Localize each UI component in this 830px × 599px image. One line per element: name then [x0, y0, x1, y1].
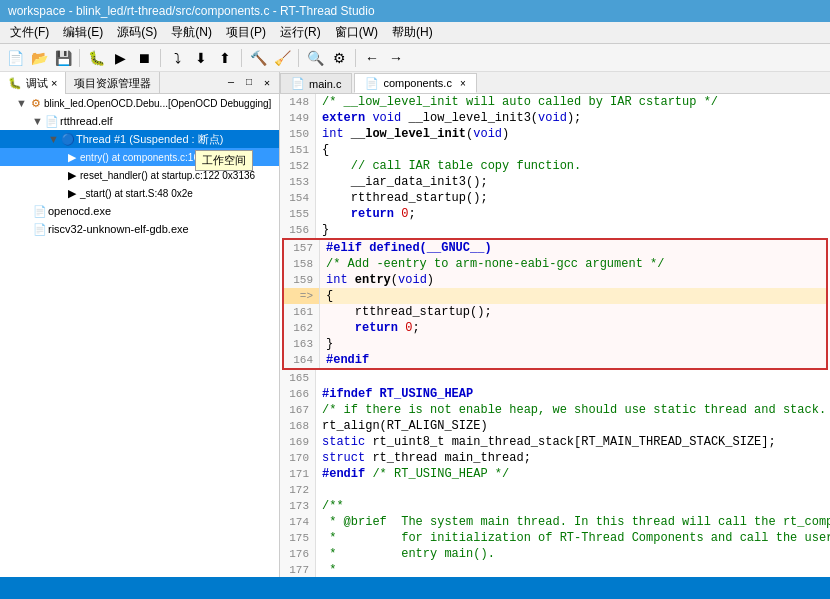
toolbar-save-btn[interactable]: 💾: [52, 47, 74, 69]
toolbar-open-btn[interactable]: 📂: [28, 47, 50, 69]
left-panel: 🐛 调试 × 项目资源管理器 — □ ✕ 工作空间 ▼ ⚙ blink_led: [0, 72, 280, 577]
code-line-163: 163 }: [284, 336, 826, 352]
arrow-2: ▼: [48, 133, 60, 145]
tree-item-debug-session[interactable]: ▼ ⚙ blink_led.OpenOCD.Debu...[OpenOCD De…: [0, 94, 279, 112]
tab-components-c[interactable]: 📄 components.c ×: [354, 73, 476, 93]
code-line-173: 173 /**: [280, 498, 830, 514]
line-num-158: 158: [284, 256, 320, 272]
toolbar-sep-4: [298, 49, 299, 67]
toolbar-run-btn[interactable]: ▶: [109, 47, 131, 69]
menu-help[interactable]: 帮助(H): [386, 23, 439, 42]
code-line-164: 164 #endif: [284, 352, 826, 368]
line-content-149: extern void __low_level_init3(void);: [316, 110, 830, 126]
tab-explorer[interactable]: 项目资源管理器: [66, 72, 160, 94]
code-line-148: 148 /* __low_level_init will auto called…: [280, 94, 830, 110]
code-line-174: 174 * @brief The system main thread. In …: [280, 514, 830, 530]
line-content-163: }: [320, 336, 826, 352]
line-content-167: /* if there is not enable heap, we shoul…: [316, 402, 830, 418]
line-content-154: rtthread_startup();: [316, 190, 830, 206]
debug-icon: 🐛: [8, 74, 22, 92]
code-line-151: 151 {: [280, 142, 830, 158]
line-num-150: 150: [280, 126, 316, 142]
code-line-166: 166 #ifndef RT_USING_HEAP: [280, 386, 830, 402]
tab-components-label: components.c: [383, 77, 451, 89]
line-content-175: * for initialization of RT-Thread Compon…: [316, 530, 830, 546]
tree-item-elf[interactable]: ▼ 📄 rtthread.elf: [0, 112, 279, 130]
menu-run[interactable]: 运行(R): [274, 23, 327, 42]
openocd-icon: 📄: [32, 205, 48, 218]
toolbar-debug-btn[interactable]: 🐛: [85, 47, 107, 69]
toolbar-settings-btn[interactable]: ⚙: [328, 47, 350, 69]
maximize-icon[interactable]: □: [241, 75, 257, 91]
tree-item-start[interactable]: ▶ _start() at start.S:48 0x2e: [0, 184, 279, 202]
code-line-175: 175 * for initialization of RT-Thread Co…: [280, 530, 830, 546]
gdb-icon: 📄: [32, 223, 48, 236]
line-content-173: /**: [316, 498, 830, 514]
tree-item-thread1[interactable]: ▼ 🔵 Thread #1 (Suspended : 断点): [0, 130, 279, 148]
tree-label-7: riscv32-unknown-elf-gdb.exe: [48, 223, 279, 235]
line-num-163: 163: [284, 336, 320, 352]
menu-project[interactable]: 项目(P): [220, 23, 272, 42]
toolbar-step-over-btn[interactable]: ⤵: [166, 47, 188, 69]
line-content-158: /* Add -eentry to arm-none-eabi-gcc argu…: [320, 256, 826, 272]
tree-label-6: openocd.exe: [48, 205, 279, 217]
toolbar-build-btn[interactable]: 🔨: [247, 47, 269, 69]
menu-edit[interactable]: 编辑(E): [57, 23, 109, 42]
line-num-176: 176: [280, 546, 316, 562]
menu-source[interactable]: 源码(S): [111, 23, 163, 42]
line-content-151: {: [316, 142, 830, 158]
toolbar-new-btn[interactable]: 📄: [4, 47, 26, 69]
highlight-red-border: 157 #elif defined(__GNUC__) 158 /* Add -…: [282, 238, 828, 370]
line-content-157: #elif defined(__GNUC__): [320, 240, 826, 256]
toolbar-forward-btn[interactable]: →: [385, 47, 407, 69]
tab-debug[interactable]: 🐛 调试 ×: [0, 72, 66, 94]
line-num-151: 151: [280, 142, 316, 158]
tab-main-c[interactable]: 📄 main.c: [280, 73, 352, 93]
status-bar: [0, 577, 830, 599]
line-num-165: 165: [280, 370, 316, 386]
toolbar-sep-2: [160, 49, 161, 67]
line-num-170: 170: [280, 450, 316, 466]
thread-icon: 🔵: [60, 133, 76, 146]
elf-icon: 📄: [44, 115, 60, 128]
line-content-166: #ifndef RT_USING_HEAP: [316, 386, 830, 402]
menu-file[interactable]: 文件(F): [4, 23, 55, 42]
code-line-154: 154 rtthread_startup();: [280, 190, 830, 206]
toolbar-back-btn[interactable]: ←: [361, 47, 383, 69]
toolbar-step-into-btn[interactable]: ⬇: [190, 47, 212, 69]
toolbar-stop-btn[interactable]: ⏹: [133, 47, 155, 69]
line-num-173: 173: [280, 498, 316, 514]
menu-navigate[interactable]: 导航(N): [165, 23, 218, 42]
panel-tab-icons: — □ ✕: [223, 75, 279, 91]
line-num-161: 161: [284, 304, 320, 320]
tree-item-openocd[interactable]: 📄 openocd.exe: [0, 202, 279, 220]
line-content-169: static rt_uint8_t main_thread_stack[RT_M…: [316, 434, 830, 450]
close-panel-icon[interactable]: ✕: [259, 75, 275, 91]
tree-item-gdb[interactable]: 📄 riscv32-unknown-elf-gdb.exe: [0, 220, 279, 238]
line-num-169: 169: [280, 434, 316, 450]
toolbar-sep-1: [79, 49, 80, 67]
toolbar-clean-btn[interactable]: 🧹: [271, 47, 293, 69]
line-num-155: 155: [280, 206, 316, 222]
code-editor[interactable]: 148 /* __low_level_init will auto called…: [280, 94, 830, 577]
minimize-icon[interactable]: —: [223, 75, 239, 91]
line-content-174: * @brief The system main thread. In this…: [316, 514, 830, 530]
toolbar-search-btn[interactable]: 🔍: [304, 47, 326, 69]
entry-icon: ▶: [64, 151, 80, 164]
line-num-167: 167: [280, 402, 316, 418]
line-num-152: 152: [280, 158, 316, 174]
line-content-170: struct rt_thread main_thread;: [316, 450, 830, 466]
code-line-169: 169 static rt_uint8_t main_thread_stack[…: [280, 434, 830, 450]
tree-label-5: _start() at start.S:48 0x2e: [80, 188, 279, 199]
title-text: workspace - blink_led/rt-thread/src/comp…: [8, 4, 375, 18]
line-num-166: 166: [280, 386, 316, 402]
menu-window[interactable]: 窗口(W): [329, 23, 384, 42]
toolbar-step-return-btn[interactable]: ⬆: [214, 47, 236, 69]
close-tab-icon[interactable]: ×: [460, 78, 466, 89]
line-content-156: }: [316, 222, 830, 238]
editor-tabs: 📄 main.c 📄 components.c ×: [280, 72, 830, 94]
line-content-155: return 0;: [316, 206, 830, 222]
line-content-176: * entry main().: [316, 546, 830, 562]
code-line-170: 170 struct rt_thread main_thread;: [280, 450, 830, 466]
line-content-160: {: [320, 288, 826, 304]
